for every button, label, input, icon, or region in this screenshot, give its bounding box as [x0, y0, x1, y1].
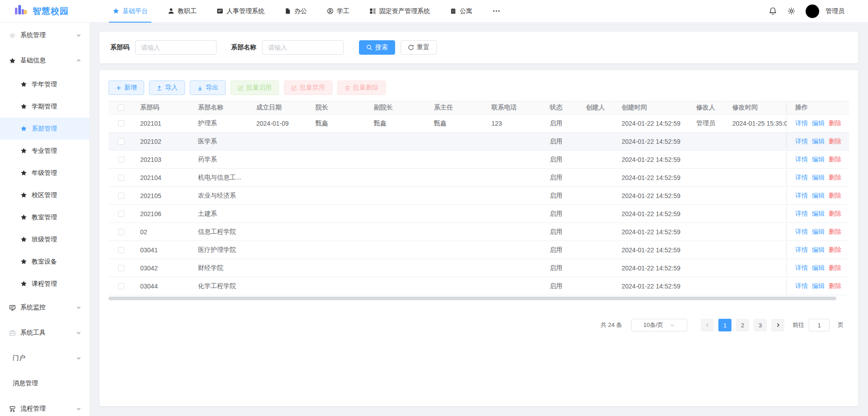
sidebar-item[interactable]: 教室设备	[0, 251, 90, 273]
table-row[interactable]: 03042 财经学院 启用 2024-01-22 14:52:59 详情编辑删除	[108, 259, 849, 277]
table-row[interactable]: 202102 医学系 启用 2024-01-22 14:52:59 详情编辑删除	[108, 132, 849, 151]
row-op-delete[interactable]: 删除	[829, 137, 841, 146]
page-button-2[interactable]: 2	[736, 319, 749, 331]
row-op-delete[interactable]: 删除	[829, 210, 841, 218]
row-op-edit[interactable]: 编辑	[812, 137, 825, 146]
sidebar-item[interactable]: 课程管理	[0, 273, 90, 295]
row-op-delete[interactable]: 删除	[829, 282, 841, 290]
sidebar-item[interactable]: 专业管理	[0, 140, 90, 162]
sidebar-item[interactable]: 年级管理	[0, 162, 90, 184]
row-op-detail[interactable]: 详情	[795, 156, 808, 164]
row-op-edit[interactable]: 编辑	[812, 192, 825, 200]
row-op-detail[interactable]: 详情	[795, 246, 808, 254]
row-op-edit[interactable]: 编辑	[812, 174, 825, 182]
table-row[interactable]: 02 信息工程学院 启用 2024-01-22 14:52:59 详情编辑删除	[108, 223, 849, 241]
table-row[interactable]: 03041 医疗护理学院 启用 2024-01-22 14:52:59 详情编辑…	[108, 241, 849, 259]
row-op-delete[interactable]: 删除	[829, 156, 841, 164]
page-button-3[interactable]: 3	[754, 319, 767, 331]
nav-tab[interactable]	[489, 0, 507, 22]
dept-name-input[interactable]	[262, 40, 344, 55]
row-op-edit[interactable]: 编辑	[812, 228, 825, 236]
row-op-delete[interactable]: 删除	[829, 174, 841, 182]
nav-tab[interactable]: 教职工	[164, 0, 200, 22]
row-checkbox[interactable]	[118, 229, 124, 235]
row-checkbox[interactable]	[118, 193, 124, 199]
row-op-delete[interactable]: 删除	[829, 246, 841, 254]
row-op-edit[interactable]: 编辑	[812, 282, 825, 290]
table-row[interactable]: 202106 土建系 启用 2024-01-22 14:52:59 详情编辑删除	[108, 205, 849, 223]
dept-code-input[interactable]	[135, 40, 217, 55]
toolbar-button[interactable]: 批量禁用	[284, 80, 332, 95]
row-op-detail[interactable]: 详情	[795, 264, 808, 272]
sidebar-item[interactable]: 学年管理	[0, 73, 90, 95]
sidebar-item[interactable]: 学期管理	[0, 95, 90, 118]
toolbar-button[interactable]: 批量删除	[337, 80, 386, 95]
nav-tab[interactable]: 公寓	[446, 0, 476, 22]
nav-tab[interactable]: 人事管理系统	[213, 0, 268, 22]
row-checkbox[interactable]	[118, 120, 124, 127]
next-page-button[interactable]	[771, 319, 784, 331]
row-op-detail[interactable]: 详情	[795, 119, 808, 128]
app-logo[interactable]: 智慧校园	[0, 4, 88, 19]
table-row[interactable]: 03044 化学工程学院 启用 2024-01-22 14:52:59 详情编辑…	[108, 277, 849, 295]
search-button[interactable]: 搜索	[359, 40, 395, 55]
page-size-select[interactable]: 10条/页	[631, 319, 687, 331]
row-op-edit[interactable]: 编辑	[812, 264, 825, 272]
reset-button[interactable]: 重置	[401, 40, 437, 55]
row-checkbox[interactable]	[118, 211, 124, 217]
row-checkbox[interactable]	[118, 138, 124, 145]
sidebar-item[interactable]: 消息管理	[0, 371, 90, 396]
row-checkbox[interactable]	[118, 247, 124, 253]
toolbar-button[interactable]: 导出	[190, 80, 226, 95]
row-op-detail[interactable]: 详情	[795, 228, 808, 236]
app-logo-icon	[14, 4, 28, 19]
horizontal-scrollbar[interactable]	[108, 297, 836, 300]
table-row[interactable]: 202103 药学系 启用 2024-01-22 14:52:59 详情编辑删除	[108, 151, 849, 169]
sidebar-item[interactable]: 门户	[0, 345, 90, 371]
bell-icon[interactable]	[769, 7, 777, 15]
table-row[interactable]: 202101 护理系 2024-01-09 甄鑫 甄鑫 甄鑫 123 启用 20…	[108, 114, 849, 132]
table-row[interactable]: 202104 机电与信息工... 启用 2024-01-22 14:52:59 …	[108, 169, 849, 187]
nav-tab[interactable]: 固定资产管理系统	[366, 0, 434, 22]
toolbar-button[interactable]: 批量启用	[231, 80, 279, 95]
row-op-edit[interactable]: 编辑	[812, 156, 825, 164]
row-op-delete[interactable]: 删除	[829, 119, 841, 128]
table-row[interactable]: 202105 农业与经济系 启用 2024-01-22 14:52:59 详情编…	[108, 187, 849, 205]
row-op-detail[interactable]: 详情	[795, 174, 808, 182]
row-op-detail[interactable]: 详情	[795, 192, 808, 200]
select-all-checkbox[interactable]	[118, 104, 124, 111]
nav-tab[interactable]: 学工	[323, 0, 353, 22]
sidebar-item[interactable]: 教室管理	[0, 206, 90, 228]
sidebar-item[interactable]: 校区管理	[0, 184, 90, 206]
goto-page-input[interactable]	[809, 319, 830, 331]
nav-tab[interactable]: 办公	[281, 0, 311, 22]
sidebar-item[interactable]: 系统管理	[0, 23, 90, 48]
page-button-1[interactable]: 1	[718, 319, 731, 331]
sidebar-item[interactable]: 班级管理	[0, 228, 90, 251]
row-op-edit[interactable]: 编辑	[812, 210, 825, 218]
row-op-delete[interactable]: 删除	[829, 228, 841, 236]
sidebar-item[interactable]: 系部管理	[0, 118, 90, 140]
row-checkbox[interactable]	[118, 156, 124, 163]
prev-page-button[interactable]	[701, 319, 714, 331]
row-checkbox[interactable]	[118, 283, 124, 289]
row-op-delete[interactable]: 删除	[829, 192, 841, 200]
toolbar-button[interactable]: 新增	[108, 80, 144, 95]
row-op-edit[interactable]: 编辑	[812, 246, 825, 254]
cell-status: 启用	[543, 210, 580, 218]
sidebar-item[interactable]: 系统工具	[0, 320, 90, 345]
row-checkbox[interactable]	[118, 265, 124, 271]
row-op-delete[interactable]: 删除	[829, 264, 841, 272]
sidebar-item[interactable]: 系统监控	[0, 295, 90, 320]
toolbar-button[interactable]: 导入	[149, 80, 185, 95]
row-op-detail[interactable]: 详情	[795, 210, 808, 218]
row-op-detail[interactable]: 详情	[795, 282, 808, 290]
sidebar-item[interactable]: 流程管理	[0, 396, 90, 416]
nav-tab[interactable]: 基础平台	[109, 0, 151, 22]
avatar[interactable]	[806, 5, 819, 18]
row-checkbox[interactable]	[118, 175, 124, 181]
gear-icon[interactable]	[787, 7, 796, 15]
row-op-detail[interactable]: 详情	[795, 137, 808, 146]
sidebar-item[interactable]: 基础信息	[0, 48, 90, 73]
row-op-edit[interactable]: 编辑	[812, 119, 825, 128]
